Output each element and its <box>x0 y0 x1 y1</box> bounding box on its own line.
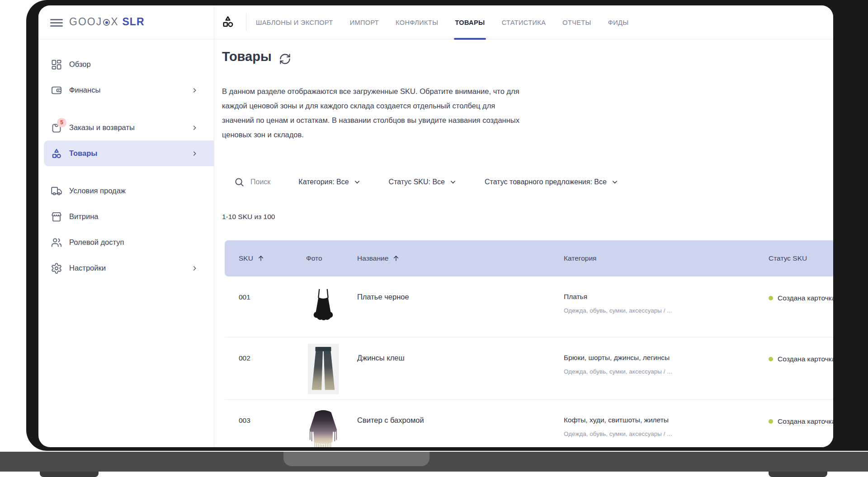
sidebar-item-sales-terms[interactable]: Условия продаж <box>38 178 214 204</box>
truck-icon <box>51 185 62 197</box>
status-dot <box>769 296 773 300</box>
app-logo[interactable]: GOOJXSLR <box>69 16 145 28</box>
product-name: Джинсы клеш <box>357 354 405 362</box>
column-header-name[interactable]: Название <box>357 240 400 276</box>
hamburger-menu-icon[interactable] <box>50 19 63 27</box>
wallet-icon <box>51 84 62 96</box>
status-label: Создана карточка <box>778 417 833 426</box>
sidebar-item-label: Настройки <box>69 264 106 272</box>
laptop-base-notch <box>283 452 429 466</box>
page-description: В данном разделе отображаются все загруж… <box>222 84 593 142</box>
logo-suffix: SLR <box>123 16 145 28</box>
sku-cell: 003 <box>239 416 250 425</box>
logo-o-mark <box>103 19 110 26</box>
tab-products[interactable]: ТОВАРЫ <box>455 5 485 39</box>
sidebar-item-label: Ролевой доступ <box>69 238 124 247</box>
tab-conflicts[interactable]: КОНФЛИКТЫ <box>396 5 438 39</box>
tab-statistics[interactable]: СТАТИСТИКА <box>502 5 546 39</box>
status-dot <box>769 357 773 361</box>
sku-status-cell: Создана карточка <box>769 417 833 426</box>
sidebar-item-label: Витрина <box>69 212 98 221</box>
logo-text-left: GOOJ <box>69 16 102 28</box>
page-title: Товары <box>222 49 272 64</box>
chevron-right-icon <box>191 150 198 157</box>
product-category: Кофты, худи, свитшоты, жилеты <box>564 416 669 424</box>
filter-label: Категория: Все <box>298 178 349 186</box>
search-button[interactable]: Поиск <box>234 177 270 187</box>
sku-cell: 001 <box>239 293 250 301</box>
sort-arrow-up-icon <box>257 255 264 262</box>
tab-import[interactable]: ИМПОРТ <box>350 5 379 39</box>
gear-icon <box>51 262 62 274</box>
products-shapes-icon <box>51 148 62 159</box>
main-content: Товары В данном разделе отображаются все… <box>214 39 833 447</box>
sidebar-item-storefront[interactable]: Витрина <box>38 204 214 229</box>
orders-bag-icon: 5 <box>51 122 62 134</box>
sidebar-item-settings[interactable]: Настройки <box>38 255 214 281</box>
logo-text-right: X <box>111 16 118 28</box>
sidebar-item-role-access[interactable]: Ролевой доступ <box>38 229 214 255</box>
sku-status-filter-dropdown[interactable]: Статус SKU: Все <box>389 178 457 186</box>
product-category-path: Одежда, обувь, сумки, аксессуары / ... <box>564 368 672 375</box>
tab-reports[interactable]: ОТЧЕТЫ <box>562 5 591 39</box>
tab-feeds[interactable]: ФИДЫ <box>608 5 629 39</box>
laptop-base <box>0 452 868 472</box>
sidebar-item-products[interactable]: Товары <box>44 140 214 166</box>
product-photo-black-dress <box>301 282 346 334</box>
chevron-down-icon <box>354 178 361 186</box>
orders-count-badge: 5 <box>57 118 66 127</box>
laptop-foot-right <box>769 472 827 477</box>
sidebar-item-label: Товары <box>69 149 97 158</box>
storefront-icon <box>51 211 62 223</box>
sku-status-cell: Создана карточка <box>769 355 833 363</box>
dashboard-icon <box>51 59 62 70</box>
table-row[interactable]: 003 <box>225 400 833 447</box>
tab-templates-export[interactable]: ШАБЛОНЫ И ЭКСПОРТ <box>256 5 333 39</box>
refresh-icon[interactable] <box>279 53 291 65</box>
product-name: Платье черное <box>357 293 409 301</box>
column-header-sku[interactable]: SKU <box>239 240 264 276</box>
sidebar-item-label: Условия продаж <box>69 187 126 195</box>
column-header-sku-status: Статус SKU <box>769 240 807 276</box>
sidebar-divider <box>214 5 214 447</box>
sort-arrow-up-icon <box>392 255 400 262</box>
laptop-foot-left <box>40 472 99 477</box>
top-navigation: ШАБЛОНЫ И ЭКСПОРТ ИМПОРТ КОНФЛИКТЫ ТОВАР… <box>256 5 629 39</box>
chevron-down-icon <box>611 178 618 186</box>
table-header: SKU Фото Название Категория Статус SKU <box>225 240 833 276</box>
sidebar-item-label: Финансы <box>69 86 100 94</box>
table-row[interactable]: 002 <box>225 337 833 400</box>
search-label: Поиск <box>250 178 270 186</box>
filter-label: Статус товарного предложения: Все <box>485 178 607 186</box>
products-table: SKU Фото Название Категория Статус SKU <box>225 240 833 447</box>
table-row[interactable]: 001 Платье черное Платья Одежда, обувь, … <box>225 276 833 337</box>
column-header-category: Категория <box>564 240 596 276</box>
sidebar-item-overview[interactable]: Обзор <box>38 51 214 77</box>
status-label: Создана карточка <box>778 294 833 302</box>
sku-status-cell: Создана карточка <box>769 294 833 302</box>
status-label: Создана карточка <box>778 355 833 363</box>
laptop-mockup: GOOJXSLR ШАБЛОНЫ И ЭКСПОРТ ИМПОРТ КОНФЛИ… <box>0 0 868 477</box>
product-name: Свитер с бахромой <box>357 416 424 425</box>
sidebar-item-finance[interactable]: Финансы <box>38 77 214 103</box>
category-filter-dropdown[interactable]: Категория: Все <box>298 178 360 186</box>
chevron-right-icon <box>191 87 198 94</box>
offer-status-filter-dropdown[interactable]: Статус товарного предложения: Все <box>485 178 618 186</box>
nav-separator <box>246 13 246 31</box>
search-icon <box>234 177 245 187</box>
filter-bar: Поиск Категория: Все Статус SKU: Все Ста… <box>234 175 618 189</box>
status-dot <box>769 419 773 424</box>
filter-label: Статус SKU: Все <box>389 178 445 186</box>
chevron-down-icon <box>449 178 457 186</box>
column-header-photo: Фото <box>306 240 322 276</box>
product-photo-fringe-sweater <box>301 405 346 447</box>
product-category: Платья <box>564 293 587 301</box>
product-category-path: Одежда, обувь, сумки, аксессуары / ... <box>564 307 672 314</box>
chevron-right-icon <box>191 265 198 271</box>
product-category-path: Одежда, обувь, сумки, аксессуары / ... <box>564 430 672 437</box>
users-icon <box>51 237 62 248</box>
sidebar: Обзор Финансы <box>38 51 214 281</box>
product-category: Брюки, шорты, джинсы, легинсы <box>564 354 670 362</box>
sidebar-item-orders-returns[interactable]: 5 Заказы и возвраты <box>38 115 214 140</box>
chevron-right-icon <box>191 124 198 131</box>
